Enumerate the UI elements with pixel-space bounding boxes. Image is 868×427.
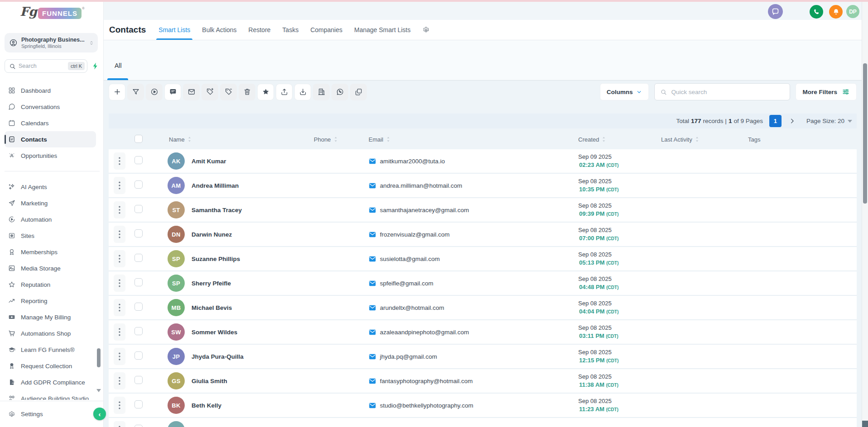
tab-restore[interactable]: Restore [249,20,271,40]
sms-button[interactable] [164,84,181,100]
tab-companies[interactable]: Companies [310,20,342,40]
row-menu-button[interactable] [114,299,125,316]
quick-search[interactable] [654,83,790,100]
contact-name[interactable]: Beth Kelly [192,402,221,409]
sidebar-scroll-down-arrow-icon[interactable] [96,389,101,392]
sidebar-item-marketing[interactable]: Marketing [5,195,96,211]
sidebar-item-calendars[interactable]: Calendars [5,115,96,131]
row-checkbox[interactable] [134,376,143,384]
sidebar-item-add-gdpr-compliance[interactable]: Add GDPR Compliance [5,374,96,390]
page-size-dropdown[interactable]: Page Size: 20 [806,118,852,124]
tab-smart-lists[interactable]: Smart Lists [158,20,190,40]
row-menu-button[interactable] [114,152,125,170]
sort-icon[interactable] [187,136,192,142]
sidebar-search[interactable]: ctrl K [5,59,87,73]
row-checkbox[interactable] [134,278,143,286]
main-scrollbar[interactable] [862,2,868,427]
sidebar-item-ai-agents[interactable]: AI Agents [5,179,96,195]
columns-dropdown[interactable]: Columns [600,83,649,100]
contact-email[interactable]: amitkumar2000@tuta.io [380,158,445,165]
sidebar-item-audience-building-studio[interactable]: Audience Building Studio [5,390,96,400]
sidebar-scrollbar-thumb[interactable] [97,348,101,367]
phone-dialer-button[interactable] [810,5,823,19]
tab-bulk-actions[interactable]: Bulk Actions [202,20,236,40]
tag-add-button[interactable] [201,84,218,100]
sidebar-item-automation[interactable]: Automation [5,211,96,228]
sidebar-item-media-storage[interactable]: Media Storage [5,260,96,276]
sort-icon[interactable] [694,136,700,142]
contact-email[interactable]: studio@bethkellyphotography.com [380,402,473,409]
select-all-checkbox[interactable] [134,135,143,143]
contact-name[interactable]: Sommer Wildes [192,329,237,336]
row-checkbox[interactable] [134,156,143,164]
sidebar-item-automations-shop[interactable]: Automations Shop [5,325,96,342]
table-row[interactable]: SPSuzanne Phillipssusielotta@gmail.comSe… [109,247,857,271]
contact-name[interactable]: Darwin Nunez [192,231,232,238]
row-menu-button[interactable] [114,201,125,218]
sidebar-scrollbar[interactable] [97,82,101,399]
contacts-settings-gear-icon[interactable] [422,26,430,33]
contact-email[interactable]: arundeltx@hotmail.com [380,304,444,311]
contact-email[interactable]: fantasyphotography@hotmail.com [380,378,473,384]
sidebar-item-dashboard[interactable]: Dashboard [5,82,96,99]
column-header-name[interactable]: Name [149,136,310,143]
sidebar-item-settings[interactable]: Settings [0,401,103,427]
account-switcher[interactable]: Photography Busines... Springfield, Illi… [5,33,98,52]
contact-name[interactable]: Giulia Smith [192,378,227,384]
contact-name[interactable]: Jhyda Pura-Quilla [192,353,244,360]
sidebar-search-input[interactable] [19,63,65,69]
sort-icon[interactable] [601,136,607,142]
sidebar-item-opportunities[interactable]: Opportunities [5,147,96,164]
row-checkbox[interactable] [134,254,143,262]
row-menu-button[interactable] [114,372,125,389]
table-row[interactable]: JPJhyda Pura-Quillajhyda.pq@gmail.comSep… [109,345,857,369]
sort-icon[interactable] [385,136,391,142]
export-up-button[interactable] [276,84,293,100]
row-checkbox[interactable] [134,229,143,237]
tag-remove-button[interactable] [220,84,237,100]
sort-icon[interactable] [333,136,339,142]
table-row[interactable]: GSGiulia Smithfantasyphotography@hotmail… [109,369,857,394]
contact-name[interactable]: Suzanne Phillips [192,256,240,262]
more-filters-button[interactable]: More Filters [796,83,857,100]
whatsapp-button[interactable] [331,84,348,100]
row-checkbox[interactable] [134,303,143,311]
contact-name[interactable]: Samantha Tracey [192,207,242,214]
column-header-tags[interactable]: Tags [745,136,857,143]
sidebar-item-conversations[interactable]: Conversations [5,99,96,115]
contact-email[interactable]: azaleaandpinephoto@gmail.com [380,329,469,336]
star-button[interactable] [257,84,274,100]
table-row[interactable]: SWSommer Wildesazaleaandpinephoto@gmail.… [109,320,857,345]
next-page-chevron-icon[interactable] [789,118,796,124]
row-checkbox[interactable] [134,425,143,427]
column-header-phone[interactable]: Phone [310,136,364,143]
tab-manage-smart-lists[interactable]: Manage Smart Lists [354,20,411,40]
contact-name[interactable]: Michael Bevis [192,304,232,311]
sidebar-item-request-collection[interactable]: Request Collection [5,358,96,374]
sidebar-item-reporting[interactable]: Reporting [5,293,96,309]
tab-all[interactable]: All [115,62,122,69]
contact-email[interactable]: jhyda.pq@gmail.com [380,353,437,360]
play-circle-button[interactable] [146,84,163,100]
table-row[interactable]: AKAmit Kumaramitkumar2000@tuta.ioSep 09 … [109,149,857,174]
row-menu-button[interactable] [114,421,125,427]
row-checkbox[interactable] [134,327,143,335]
row-menu-button[interactable] [114,348,125,365]
row-menu-button[interactable] [114,275,125,292]
filter-funnel-button[interactable] [127,84,144,100]
main-scrollbar-thumb[interactable] [863,63,867,204]
table-row[interactable]: AMAndrea Millimanandrea.milliman@hotmail… [109,174,857,198]
table-row[interactable]: BKBeth Kellystudio@bethkellyphotography.… [109,394,857,418]
quick-search-input[interactable] [671,89,784,95]
contact-name[interactable]: Amit Kumar [192,158,226,165]
sidebar-item-reputation[interactable]: Reputation [5,276,96,293]
contact-email[interactable]: samanthajanetracey@gmail.com [380,207,469,214]
contact-name[interactable]: Sherry Pfeifle [192,280,231,287]
plus-button[interactable] [109,84,125,100]
contact-email[interactable]: andrea.milliman@hotmail.com [380,182,462,189]
row-menu-button[interactable] [114,397,125,414]
sidebar-item-memberships[interactable]: Memberships [5,244,96,260]
sidebar-item-sites[interactable]: Sites [5,228,96,244]
import-down-button[interactable] [294,84,311,100]
duplicate-button[interactable] [350,84,367,100]
